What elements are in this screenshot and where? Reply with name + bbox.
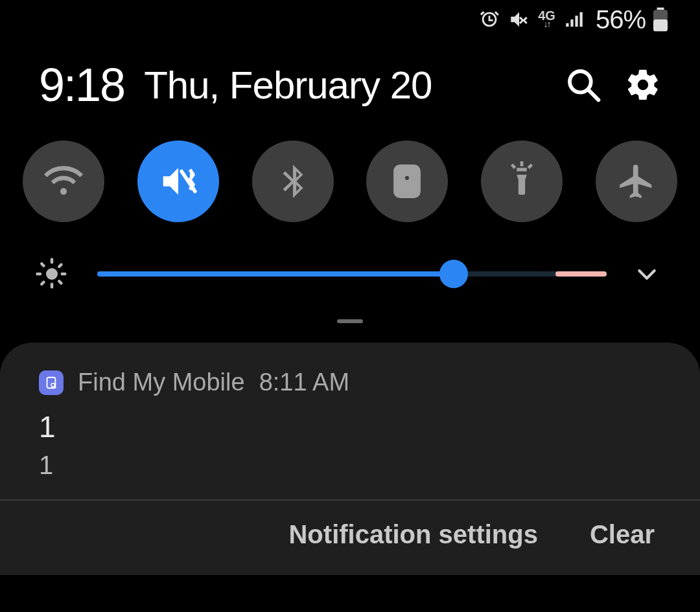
notification-card[interactable]: Find My Mobile 8:11 AM 1 1 Notification …: [0, 343, 700, 575]
panel-drag-handle[interactable]: [337, 319, 363, 323]
mobile-data-icon: 4G ↓↑: [538, 10, 555, 28]
svg-line-4: [589, 90, 598, 100]
quick-settings-header: 9:18 Thu, February 20: [0, 39, 700, 124]
clear-button[interactable]: Clear: [590, 520, 655, 549]
airplane-mode-toggle[interactable]: [596, 141, 677, 222]
sound-toggle[interactable]: [137, 141, 219, 222]
quick-toggles-row: [0, 124, 700, 229]
date-label: Thu, February 20: [144, 63, 432, 108]
gear-icon[interactable]: [625, 67, 661, 103]
notification-time: 8:11 AM: [259, 368, 349, 396]
brightness-row: [0, 229, 700, 300]
wifi-toggle[interactable]: [23, 141, 104, 222]
alarm-icon: [478, 8, 500, 30]
notification-body: 1: [0, 444, 700, 499]
expand-brightness-icon[interactable]: [633, 260, 661, 288]
notification-settings-button[interactable]: Notification settings: [288, 520, 537, 549]
notification-actions: Notification settings Clear: [0, 501, 700, 575]
flashlight-toggle[interactable]: [481, 141, 563, 222]
svg-point-12: [46, 268, 58, 280]
battery-percent-label: 56%: [596, 5, 646, 34]
status-bar: 4G ↓↑ 56%: [0, 0, 700, 39]
svg-line-20: [59, 264, 62, 267]
svg-rect-2: [653, 19, 668, 31]
svg-point-8: [405, 176, 409, 180]
svg-line-17: [41, 264, 45, 267]
brightness-slider-thumb[interactable]: [439, 260, 468, 288]
mute-vibrate-icon: [508, 8, 530, 30]
clock-time: 9:18: [39, 58, 124, 111]
notification-header: Find My Mobile 8:11 AM: [0, 368, 700, 396]
notification-title: 1: [0, 396, 700, 444]
battery-icon: [653, 7, 668, 32]
find-my-mobile-app-icon: [39, 370, 64, 395]
svg-line-19: [41, 281, 45, 284]
rotation-lock-toggle[interactable]: [366, 141, 448, 222]
notification-app-name: Find My Mobile: [78, 368, 245, 396]
bluetooth-toggle[interactable]: [252, 141, 334, 222]
svg-line-11: [529, 164, 532, 168]
signal-strength-icon: [563, 8, 585, 30]
brightness-icon: [32, 255, 71, 293]
svg-line-10: [512, 164, 515, 168]
search-icon[interactable]: [565, 67, 601, 103]
svg-rect-0: [657, 8, 664, 10]
brightness-slider[interactable]: [97, 261, 607, 287]
svg-line-18: [59, 281, 62, 284]
